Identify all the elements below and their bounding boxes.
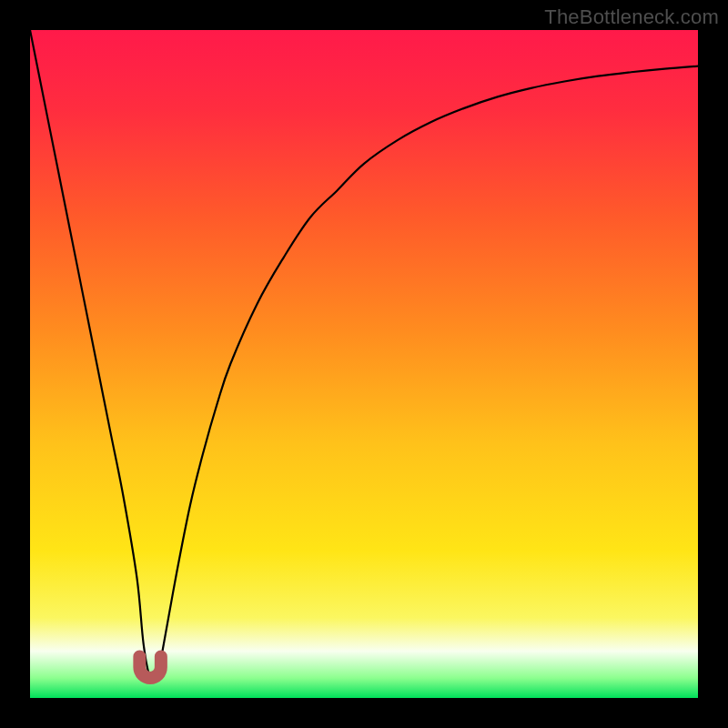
chart-frame: TheBottleneck.com bbox=[0, 0, 728, 728]
watermark-text: TheBottleneck.com bbox=[544, 5, 719, 29]
gradient-background bbox=[30, 30, 698, 698]
chart-svg bbox=[30, 30, 698, 698]
chart-plot-area bbox=[30, 30, 698, 698]
